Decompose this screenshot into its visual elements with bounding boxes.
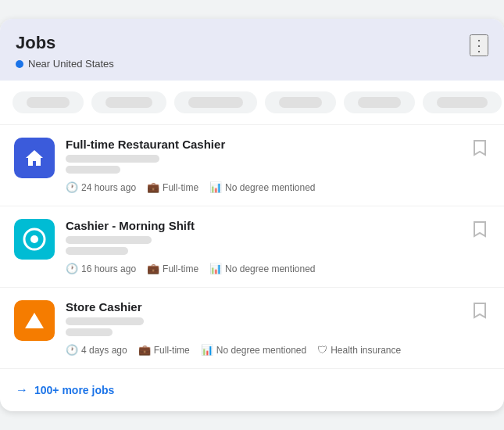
job-degree-1: 📊 No degree mentioned <box>209 181 315 193</box>
location-row: Near United States <box>16 58 114 70</box>
job-time-3: 🕐 4 days ago <box>66 344 127 356</box>
job-type-3: 💼 Full-time <box>138 344 190 356</box>
bookmark-button-1[interactable] <box>470 138 490 162</box>
header-left: Jobs Near United States <box>16 33 114 70</box>
job-title-1: Full-time Restaurant Cashier <box>66 138 459 151</box>
house-icon <box>23 146 46 170</box>
filter-pill-6[interactable] <box>423 91 502 113</box>
job-subtitle-line-3a <box>66 317 144 325</box>
job-health-3: 🛡 Health insurance <box>317 344 401 356</box>
filter-pill-5[interactable] <box>344 91 415 113</box>
filter-pill-4[interactable] <box>265 91 336 113</box>
job-item-1[interactable]: Full-time Restaurant Cashier 🕐 24 hours … <box>0 125 504 206</box>
briefcase-icon-3: 💼 <box>138 344 151 356</box>
bookmark-button-3[interactable] <box>470 300 490 324</box>
job-type-2: 💼 Full-time <box>147 263 198 274</box>
filter-bar: › <box>0 81 504 125</box>
filter-pill-3[interactable] <box>174 91 257 113</box>
clock-icon-2: 🕐 <box>66 263 78 274</box>
page-title: Jobs <box>16 33 114 53</box>
job-subtitle-line-1a <box>66 155 159 163</box>
more-jobs-link[interactable]: → 100+ more jobs <box>0 368 504 411</box>
job-item-2[interactable]: Cashier - Morning Shift 🕐 16 hours ago 💼… <box>0 206 504 288</box>
bookmark-button-2[interactable] <box>470 219 490 243</box>
filter-pill-1[interactable] <box>13 91 84 113</box>
job-item-3[interactable]: Store Cashier 🕐 4 days ago 💼 Full-time 📊… <box>0 288 504 368</box>
bookmark-icon-3 <box>473 302 487 319</box>
degree-icon-2: 📊 <box>209 263 222 274</box>
svg-marker-2 <box>25 313 44 328</box>
job-content-2: Cashier - Morning Shift 🕐 16 hours ago 💼… <box>66 219 459 274</box>
location-dot-icon <box>16 60 23 68</box>
job-list: Full-time Restaurant Cashier 🕐 24 hours … <box>0 125 504 368</box>
shield-icon-3: 🛡 <box>317 344 327 356</box>
clock-icon-3: 🕐 <box>66 344 78 356</box>
job-degree-2: 📊 No degree mentioned <box>209 263 315 274</box>
bookmark-icon-2 <box>473 220 487 238</box>
job-meta-2: 🕐 16 hours ago 💼 Full-time 📊 No degree m… <box>66 263 459 274</box>
header: Jobs Near United States ⋮ <box>0 19 504 81</box>
arrow-right-icon: → <box>16 383 28 397</box>
job-time-2: 🕐 16 hours ago <box>66 263 136 274</box>
job-type-1: 💼 Full-time <box>147 181 198 193</box>
job-subtitle-line-2b <box>66 247 128 255</box>
clock-icon-1: 🕐 <box>66 181 78 193</box>
briefcase-icon-1: 💼 <box>147 181 159 193</box>
degree-icon-3: 📊 <box>201 344 213 356</box>
job-content-3: Store Cashier 🕐 4 days ago 💼 Full-time 📊… <box>66 300 459 356</box>
triangle-icon <box>22 308 47 333</box>
circle-ring-icon <box>21 226 48 253</box>
job-title-2: Cashier - Morning Shift <box>66 219 459 232</box>
job-logo-2 <box>14 219 55 260</box>
job-time-1: 🕐 24 hours ago <box>66 181 136 193</box>
location-text: Near United States <box>28 58 114 70</box>
briefcase-icon-2: 💼 <box>147 263 159 274</box>
more-jobs-label: 100+ more jobs <box>34 384 114 396</box>
job-meta-1: 🕐 24 hours ago 💼 Full-time 📊 No degree m… <box>66 181 459 193</box>
job-subtitle-line-1b <box>66 166 120 174</box>
jobs-card: Jobs Near United States ⋮ › <box>0 19 504 411</box>
job-meta-3: 🕐 4 days ago 💼 Full-time 📊 No degree men… <box>66 344 459 356</box>
job-content-1: Full-time Restaurant Cashier 🕐 24 hours … <box>66 138 459 193</box>
job-logo-3 <box>14 300 55 341</box>
job-title-3: Store Cashier <box>66 300 459 314</box>
job-degree-3: 📊 No degree mentioned <box>201 344 306 356</box>
more-options-button[interactable]: ⋮ <box>470 34 488 56</box>
degree-icon-1: 📊 <box>209 181 222 193</box>
filter-pill-2[interactable] <box>91 91 166 113</box>
svg-point-1 <box>30 235 38 243</box>
job-subtitle-line-2a <box>66 236 152 244</box>
job-logo-1 <box>14 138 55 178</box>
bookmark-icon-1 <box>473 139 487 156</box>
job-subtitle-line-3b <box>66 328 113 336</box>
